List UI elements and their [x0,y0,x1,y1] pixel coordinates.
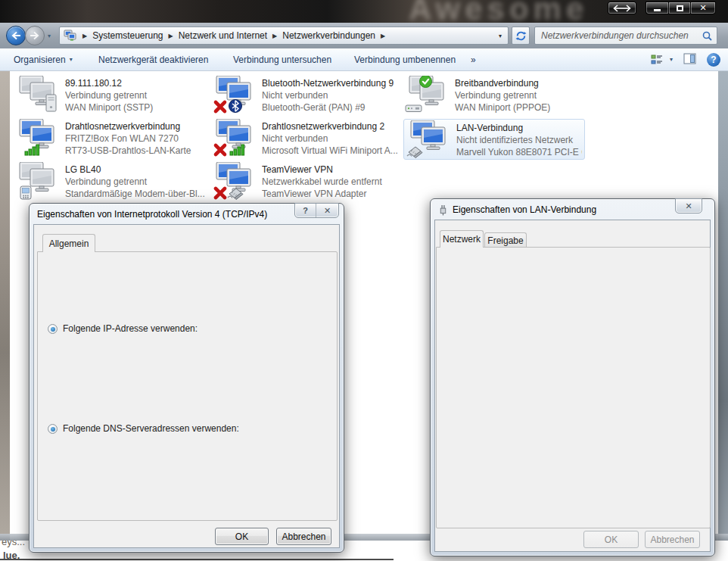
background-video-text: Awesome [409,0,588,23]
cancel-button[interactable]: Abbrechen [645,531,700,548]
minimize-button[interactable] [646,2,668,14]
ipv4-properties-dialog: Eigenschaften von Internetprotokoll Vers… [29,203,344,553]
tab-netzwerk[interactable]: Netzwerk [440,230,484,248]
close-button[interactable]: ✕ [316,204,338,217]
connection-device: Bluetooth-Gerät (PAN) #9 [262,101,394,114]
connection-item[interactable]: Drahtlosnetzwerkverbindung 2 Nicht verbu… [212,119,403,160]
search-box [534,26,717,45]
title-bar[interactable]: Awesome ✕ [0,0,728,23]
network-connection-icon [15,119,59,158]
breadcrumb[interactable]: ▶ Systemsteuerung ▶ Netzwerk und Interne… [59,26,509,45]
rename-connection-button[interactable]: Verbindung umbenennen [348,48,462,70]
radio-use-dns[interactable] [48,424,58,434]
radio-use-ip[interactable] [48,324,58,334]
dialog-title-bar[interactable]: Eigenschaften von Internetprotokoll Vers… [37,204,267,224]
chevron-down-icon: ▾ [70,56,73,63]
connection-item[interactable]: 89.111.180.12 Verbindung getrennt WAN Mi… [15,76,206,117]
cancel-button[interactable]: Abbrechen [276,528,331,545]
ok-button[interactable]: OK [583,531,639,548]
ok-label: OK [605,535,618,545]
close-button[interactable]: ✕ [690,2,716,14]
session-arrows-button[interactable] [608,2,636,14]
breadcrumb-separator[interactable]: ▶ [169,33,173,39]
connection-item[interactable]: Drahtlosnetzwerkverbindung FRITZ!Box Fon… [15,119,206,160]
network-connection-icon [212,162,256,201]
chevron-down-icon: ▾ [670,56,673,63]
connection-item[interactable]: LG BL40 Verbindung getrennt Standardmäßi… [15,162,206,203]
connection-status: Nicht identifiziertes Netzwerk [456,134,582,146]
breadcrumb-item[interactable]: Systemsteuerung [92,30,163,41]
diagnose-connection-button[interactable]: Verbindung untersuchen [227,48,338,70]
close-button[interactable]: ✕ [676,199,702,213]
connection-item[interactable]: Bluetooth-Netzwerkverbindung 9 Nicht ver… [212,76,403,117]
tab-freigabe[interactable]: Freigabe [484,232,527,248]
address-bar: ▾ ▶ Systemsteuerung ▶ Netzwerk und Inter… [0,23,728,48]
back-button[interactable] [6,26,26,45]
connection-name: Breitbandverbindung [455,77,550,89]
connection-status: Verbindung getrennt [65,176,205,188]
close-icon: ✕ [699,3,706,13]
forward-button[interactable] [25,26,45,45]
help-button[interactable]: ? [295,204,316,217]
breadcrumb-item[interactable]: Netzwerkverbindungen [282,30,375,41]
connection-name: TeamViewer VPN [262,164,382,176]
dialog-title-bar[interactable]: Eigenschaften von LAN-Verbindung [438,199,596,220]
organize-button[interactable]: Organisieren ▾ [8,48,79,70]
double-arrow-icon [613,5,631,12]
preview-pane-icon [683,53,696,64]
connection-status: FRITZ!Box Fon WLAN 7270 [65,132,191,145]
preview-pane-button[interactable] [683,53,696,67]
network-folder-icon [64,30,77,42]
connection-device: TeamViewer VPN Adapter [262,188,382,200]
recent-pages-dropdown[interactable]: ▾ [48,33,51,39]
connection-name: Bluetooth-Netzwerkverbindung 9 [262,77,394,89]
dialog-title: Eigenschaften von LAN-Verbindung [453,204,596,215]
ok-label: OK [235,531,248,542]
forward-arrow-icon [30,31,40,40]
network-connection-icon [406,120,450,160]
ok-button[interactable]: OK [215,528,269,545]
network-plug-icon [438,204,448,216]
view-options-button[interactable]: ▾ [651,54,673,66]
breadcrumb-separator: ▶ [82,33,87,39]
refresh-button[interactable] [512,26,530,45]
help-icon: ? [303,206,308,215]
tab-label: Netzwerk [443,234,481,245]
search-input[interactable] [541,29,692,42]
radio-use-ip-label: Folgende IP-Adresse verwenden: [63,323,201,334]
connection-item-selected[interactable]: LAN-Verbindung Nicht identifiziertes Net… [403,119,585,160]
connection-item[interactable]: Breitbandverbindung Verbindung getrennt … [405,76,596,117]
connection-item[interactable]: TeamViewer VPN Netzwerkkabel wurde entfe… [212,162,403,203]
connection-name: Drahtlosnetzwerkverbindung 2 [262,120,398,132]
breadcrumb-separator[interactable]: ▶ [272,33,277,39]
network-connection-icon [212,119,256,158]
disable-device-button[interactable]: Netzwerkgerät deaktivieren [92,48,214,70]
address-dropdown[interactable]: ▾ [499,33,502,39]
connection-name: LG BL40 [65,164,205,176]
toolbar-button-label: Verbindung untersuchen [233,55,331,65]
window-border-right [718,71,728,541]
connection-name: Drahtlosnetzwerkverbindung [65,120,191,132]
connection-device: Microsoft Virtual WiFi Miniport A... [262,145,398,157]
back-arrow-icon [11,31,21,40]
toolbar-button-label: Verbindung umbenennen [354,55,456,65]
help-button[interactable]: ? [707,53,720,67]
maximize-button[interactable] [668,2,690,14]
breadcrumb-separator[interactable]: ▶ [381,33,385,39]
connection-status: Verbindung getrennt [65,89,153,101]
toolbar-button-label: Netzwerkgerät deaktivieren [98,55,208,65]
overflow-chevron-icon: » [471,55,476,65]
tab-allgemein[interactable]: Allgemein [42,234,95,252]
radio-use-dns-label: Folgende DNS-Serveradressen verwenden: [63,423,242,434]
breadcrumb-item[interactable]: Netzwerk und Internet [179,30,267,41]
cancel-label: Abbrechen [650,535,694,545]
background-window-edge [0,559,394,560]
views-icon [651,54,663,66]
connection-device: RT73-USB-Drahtlos-LAN-Karte [65,145,191,157]
command-toolbar: Organisieren ▾ Netzwerkgerät deaktiviere… [0,48,728,71]
toolbar-overflow-button[interactable]: » [465,48,482,70]
lan-properties-dialog: Eigenschaften von LAN-Verbindung ✕ Netzw… [430,198,715,556]
search-icon[interactable] [702,31,712,43]
close-icon: ✕ [324,206,331,216]
window-border-left [0,71,10,541]
